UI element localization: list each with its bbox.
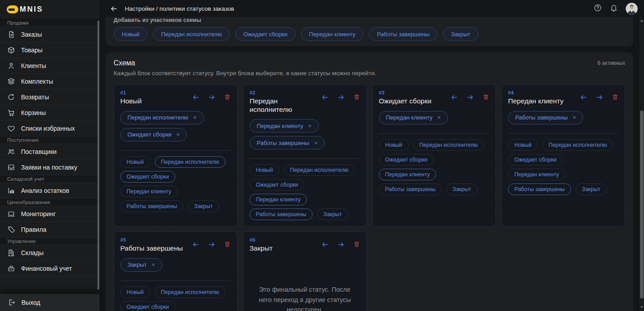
status-card: #4Передан клиентуРаботы завершены×НовыйП… — [501, 84, 625, 227]
sidebar-item-products[interactable]: Товары — [0, 43, 100, 58]
selected-transition-chip[interactable]: Работы завершены× — [508, 111, 583, 124]
transition-option-chip[interactable]: Новый — [508, 139, 538, 151]
transition-option-chip[interactable]: Передан исполнителю — [155, 156, 226, 168]
sidebar: MNIS ПродажиЗаказыТоварыКлиентыКомплекты… — [0, 0, 100, 311]
status-card: #2Передан исполнителюПередан клиенту×Раб… — [243, 84, 367, 227]
remove-transition-icon[interactable]: × — [152, 262, 155, 268]
move-left-button[interactable] — [192, 94, 199, 101]
move-right-button[interactable] — [208, 241, 216, 248]
app-root: MNIS ПродажиЗаказыТоварыКлиентыКомплекты… — [0, 0, 644, 311]
selected-transition-chip[interactable]: Закрыт× — [120, 258, 162, 272]
sidebar-item-finance[interactable]: Финансовый учет — [0, 261, 100, 277]
selected-transition-chip[interactable]: Передан исполнителю× — [120, 111, 204, 124]
transition-option-chip[interactable]: Передан исполнителю — [413, 139, 484, 151]
transition-option-chip[interactable]: Закрыт — [317, 209, 348, 220]
move-left-button[interactable] — [450, 94, 458, 101]
remove-transition-icon[interactable]: × — [193, 115, 197, 120]
back-button[interactable] — [110, 5, 118, 13]
transition-option-chip[interactable]: Работы завершены — [379, 183, 442, 195]
move-right-button[interactable] — [466, 94, 474, 101]
sidebar-item-favorites[interactable]: Списки избранных — [0, 121, 100, 136]
transition-option-chip[interactable]: Закрыт — [576, 183, 607, 195]
transition-option-chip[interactable]: Передан клиенту — [250, 194, 307, 205]
transition-option-chip[interactable]: Передан клиенту — [508, 169, 565, 180]
selected-transition-chip[interactable]: Ожидает сборки× — [120, 128, 187, 141]
trash-icon — [224, 241, 231, 247]
delete-status-button[interactable] — [224, 94, 231, 100]
transition-option-chip[interactable]: Ожидает сборки — [120, 301, 175, 311]
transition-option-chip[interactable]: Передан исполнителю — [542, 139, 614, 151]
transition-option-chip[interactable]: Ожидает сборки — [250, 179, 305, 191]
sidebar-item-supply-requests[interactable]: Заявки на поставку — [0, 160, 100, 175]
remove-transition-icon[interactable]: × — [177, 132, 180, 137]
transition-option-chip[interactable]: Работы завершены — [250, 209, 313, 220]
sidebar-item-clients[interactable]: Клиенты — [0, 58, 100, 74]
add-status-chip[interactable]: Закрыт — [443, 27, 478, 41]
sidebar-item-carts[interactable]: Корзины — [0, 105, 100, 121]
add-status-chip[interactable]: Передан клиенту — [301, 27, 364, 41]
move-right-button[interactable] — [337, 94, 345, 101]
scroll-up-arrow-icon[interactable] — [640, 20, 643, 22]
avatar[interactable] — [626, 3, 638, 15]
selected-transition-label: Передан исполнителю — [127, 114, 188, 121]
delete-status-button[interactable] — [483, 94, 489, 100]
status-number: #6 — [250, 237, 273, 243]
sidebar-item-suppliers[interactable]: Поставщики — [0, 144, 100, 160]
transition-option-chip[interactable]: Работы завершены — [120, 200, 183, 212]
transition-option-chip[interactable]: Новый — [379, 139, 409, 151]
sidebar-item-orders[interactable]: Заказы — [0, 27, 100, 43]
transition-option-chip[interactable]: Передан исполнителю — [284, 164, 355, 176]
bell-icon[interactable] — [610, 4, 618, 14]
sidebar-item-logout[interactable]: Выход — [0, 294, 100, 311]
move-right-button[interactable] — [596, 94, 603, 101]
main-scrollbar-thumb[interactable] — [640, 111, 644, 298]
add-status-chip[interactable]: Новый — [114, 27, 148, 41]
sidebar-scrollbar-thumb[interactable] — [97, 21, 99, 290]
selected-transition-chip[interactable]: Передан клиенту× — [379, 111, 448, 124]
move-right-button[interactable] — [208, 94, 216, 101]
move-left-button[interactable] — [580, 94, 587, 101]
sidebar-item-rules[interactable]: Правила — [0, 222, 100, 238]
main-scrollbar[interactable] — [639, 17, 644, 311]
transition-option-chip[interactable]: Новый — [250, 164, 280, 176]
transition-option-chip[interactable]: Передан клиенту — [379, 169, 436, 180]
sidebar-item-stock-analysis[interactable]: Анализ остатков — [0, 183, 100, 199]
transition-option-chip[interactable]: Новый — [120, 156, 150, 168]
delete-status-button[interactable] — [353, 241, 360, 247]
move-left-button[interactable] — [321, 241, 329, 248]
transition-option-chip[interactable]: Ожидает сборки — [120, 171, 175, 183]
transition-option-chip[interactable]: Передан исполнителю — [155, 286, 226, 298]
move-left-button[interactable] — [192, 241, 199, 248]
add-status-chip[interactable]: Ожидает сборки — [235, 27, 296, 41]
sidebar-item-kits[interactable]: Комплекты — [0, 74, 100, 89]
scroll-down-arrow-icon[interactable] — [640, 306, 643, 308]
move-right-button[interactable] — [337, 241, 345, 248]
add-status-chip[interactable]: Работы завершены — [369, 27, 437, 41]
arrow-right-icon — [466, 94, 474, 101]
delete-status-button[interactable] — [224, 241, 231, 247]
transition-option-chip[interactable]: Закрыт — [188, 200, 219, 212]
delete-status-button[interactable] — [353, 94, 360, 100]
delete-status-button[interactable] — [612, 94, 619, 100]
transition-option-chip[interactable]: Работы завершены — [508, 183, 571, 195]
remove-transition-icon[interactable]: × — [308, 123, 312, 129]
move-left-button[interactable] — [321, 94, 329, 101]
help-icon[interactable] — [593, 4, 602, 14]
transition-option-chip[interactable]: Новый — [120, 286, 150, 298]
sidebar-item-warehouses[interactable]: Склады — [0, 245, 100, 261]
remove-transition-icon[interactable]: × — [437, 115, 441, 120]
sidebar-item-monitoring[interactable]: Мониторинг — [0, 206, 100, 222]
selected-transition-chip[interactable]: Передан клиенту× — [250, 119, 319, 132]
selected-transition-chip[interactable]: Работы завершены× — [250, 136, 325, 149]
transition-option-chip[interactable]: Передан клиенту — [120, 186, 178, 197]
sidebar-item-returns[interactable]: Возвраты — [0, 89, 100, 105]
remove-transition-icon[interactable]: × — [572, 115, 576, 120]
transition-option-chip[interactable]: Закрыт — [446, 183, 478, 195]
status-card-header: #1Новый — [120, 90, 231, 106]
sidebar-item-label: Правила — [21, 226, 47, 233]
remove-transition-icon[interactable]: × — [314, 140, 318, 146]
transition-option-chip[interactable]: Ожидает сборки — [379, 154, 434, 166]
sidebar-scrollbar[interactable] — [97, 20, 99, 292]
add-status-chip[interactable]: Передан исполнителю — [153, 27, 230, 41]
transition-option-chip[interactable]: Ожидает сборки — [508, 154, 563, 166]
